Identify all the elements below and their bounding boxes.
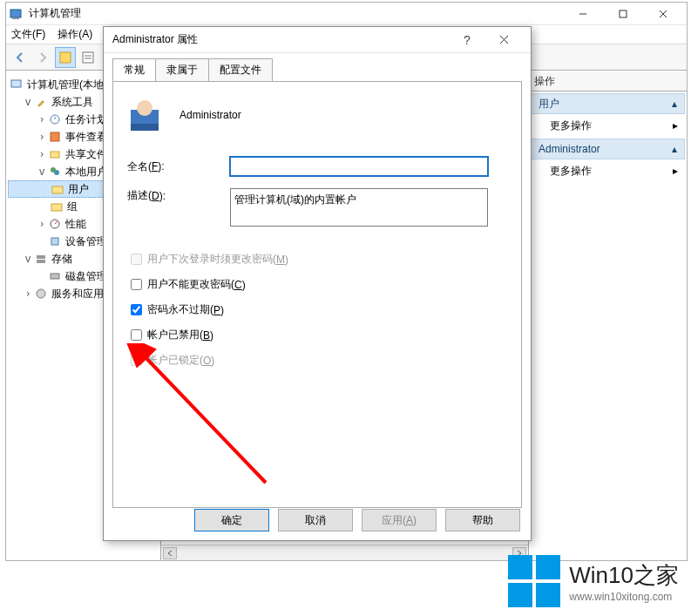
checkbox-cannot-change-password[interactable] (131, 279, 142, 290)
tab-profile[interactable]: 配置文件 (208, 58, 273, 81)
tree-label: 性能 (65, 217, 86, 232)
collapse-triangle-icon: ▴ (672, 98, 677, 110)
expand-icon[interactable]: › (36, 218, 48, 230)
clock-icon (48, 112, 62, 126)
perf-icon (48, 217, 62, 231)
folder-icon (51, 182, 64, 196)
svg-rect-17 (51, 152, 59, 158)
help-dialog-button[interactable]: 帮助 (445, 509, 520, 531)
svg-point-19 (54, 170, 59, 175)
checkbox-cannot-change-password-row: 用户不能更改密码(C) (127, 276, 507, 293)
svg-rect-20 (52, 186, 63, 193)
actions-header: 操作 (529, 72, 687, 91)
collapse-icon[interactable]: v (22, 253, 34, 265)
administrator-properties-dialog: Administrator 属性 ? 常规 隶属于 配置文件 Administr… (103, 26, 532, 541)
event-icon (48, 130, 62, 144)
svg-rect-7 (83, 52, 93, 63)
tree-label: 用户 (68, 182, 89, 197)
checkbox-password-never-expires-row: 密码永不过期(P) (127, 301, 507, 318)
fullname-input[interactable] (230, 157, 488, 176)
checkbox-password-never-expires[interactable] (131, 304, 142, 315)
expand-icon[interactable]: › (36, 131, 48, 143)
watermark-title: Win10之家 (569, 560, 679, 591)
close-button[interactable] (485, 29, 522, 51)
watermark-url: www.win10xitong.com (569, 591, 679, 603)
actions-more-admin[interactable]: 更多操作 ▸ (531, 159, 685, 182)
description-input[interactable] (230, 188, 488, 227)
horizontal-scrollbar[interactable] (161, 545, 528, 560)
checkbox-must-change-password (131, 254, 142, 265)
tree-label: 磁盘管理 (65, 269, 107, 284)
cancel-button[interactable]: 取消 (278, 509, 353, 531)
expand-icon[interactable]: › (36, 148, 48, 160)
dialog-tabs: 常规 隶属于 配置文件 (112, 58, 522, 81)
svg-point-28 (37, 289, 45, 298)
mgmt-app-icon (10, 7, 24, 21)
menu-action[interactable]: 操作(A) (58, 27, 92, 42)
svg-line-23 (55, 221, 58, 224)
username-label: Administrator (180, 109, 241, 121)
share-icon (48, 147, 62, 161)
checkbox-account-disabled[interactable] (131, 329, 142, 341)
svg-rect-3 (620, 10, 627, 17)
dialog-titlebar: Administrator 属性 ? (104, 27, 531, 53)
svg-rect-6 (60, 52, 71, 63)
wrench-icon (34, 95, 48, 109)
menu-file[interactable]: 文件(F) (11, 27, 45, 42)
mgmt-titlebar: 计算机管理 (6, 3, 687, 25)
svg-rect-24 (51, 238, 58, 245)
scroll-left-icon[interactable] (163, 547, 177, 559)
dialog-title: Administrator 属性 (112, 32, 198, 47)
svg-point-32 (137, 100, 152, 116)
tab-general-panel: Administrator 全名(F): 描述(D): 用户下次登录时须更改密码… (112, 81, 522, 508)
link-label: 更多操作 (550, 164, 592, 179)
expand-icon[interactable]: › (22, 288, 34, 300)
folder-icon (50, 200, 64, 213)
svg-rect-27 (51, 274, 59, 279)
toolbar-properties-icon[interactable] (78, 47, 98, 68)
dialog-button-row: 确定 取消 应用(A) 帮助 (104, 509, 531, 531)
device-icon (48, 234, 62, 248)
computer-icon (10, 78, 24, 91)
toolbar-forward-icon[interactable] (32, 47, 53, 68)
minimize-button[interactable] (563, 3, 603, 24)
fullname-label: 全名(F): (127, 159, 230, 174)
collapse-triangle-icon: ▴ (672, 143, 677, 155)
ok-button[interactable]: 确定 (194, 509, 269, 531)
svg-rect-25 (37, 255, 45, 259)
maximize-button[interactable] (603, 3, 643, 24)
disk-icon (48, 269, 62, 283)
chevron-right-icon: ▸ (673, 165, 678, 177)
group-label: Administrator (539, 143, 600, 155)
toolbar-back-icon[interactable] (10, 47, 30, 68)
expand-icon[interactable]: › (36, 113, 48, 125)
group-label: 用户 (539, 97, 559, 112)
svg-rect-0 (10, 10, 21, 17)
apply-button[interactable]: 应用(A) (362, 509, 437, 531)
toolbar-highlight-icon[interactable] (55, 47, 76, 68)
actions-more-users[interactable]: 更多操作 ▸ (531, 114, 685, 137)
tab-general[interactable]: 常规 (112, 58, 156, 81)
svg-rect-16 (51, 132, 59, 141)
svg-rect-1 (12, 17, 19, 19)
user-icon (127, 98, 162, 132)
window-sys-buttons (563, 3, 683, 24)
tree-label: 组 (67, 200, 78, 214)
watermark: Win10之家 www.win10xitong.com (508, 555, 679, 607)
chevron-right-icon: ▸ (673, 119, 678, 132)
windows-logo-icon (508, 555, 560, 607)
collapse-icon[interactable]: v (36, 166, 48, 178)
mgmt-title-text: 计算机管理 (29, 6, 81, 21)
actions-pane: 操作 用户 ▴ 更多操作 ▸ Administrator ▴ 更多操作 ▸ (529, 72, 687, 560)
description-label: 描述(D): (127, 188, 230, 203)
services-icon (34, 287, 48, 301)
help-button[interactable]: ? (449, 29, 485, 51)
actions-group-administrator[interactable]: Administrator ▴ (531, 139, 685, 159)
close-button[interactable] (643, 3, 683, 24)
checkbox-account-locked-row: 帐户已锁定(O) (127, 352, 507, 369)
collapse-icon[interactable]: v (22, 96, 34, 108)
actions-group-users[interactable]: 用户 ▴ (531, 93, 685, 114)
users-icon (48, 165, 62, 179)
tab-member-of[interactable]: 隶属于 (155, 58, 209, 81)
checkbox-account-disabled-row: 帐户已禁用(B) (127, 327, 507, 343)
